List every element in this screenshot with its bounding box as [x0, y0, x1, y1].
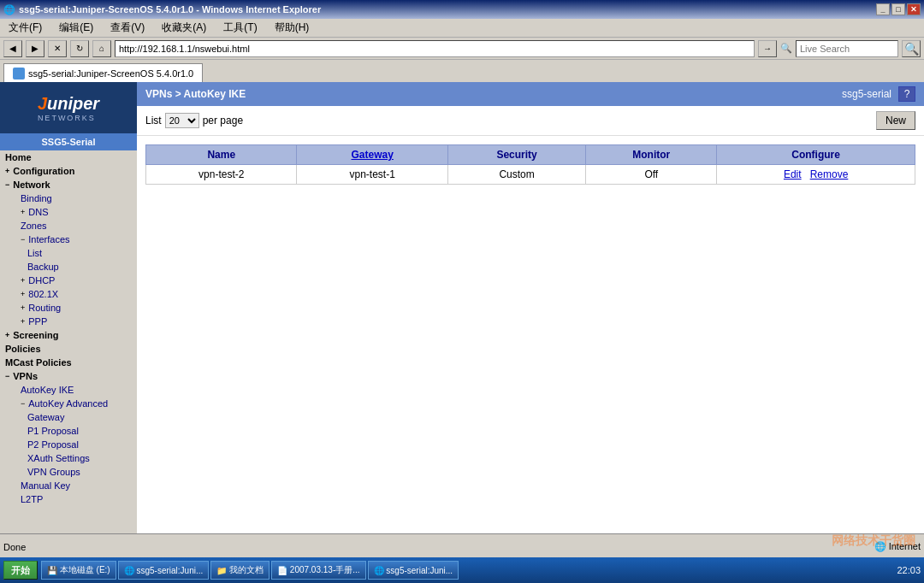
- search-input[interactable]: [796, 40, 898, 57]
- sidebar-item-interfaces[interactable]: −Interfaces: [0, 233, 137, 246]
- sidebar-item-autokey-advanced[interactable]: −AutoKey Advanced: [0, 397, 137, 410]
- forward-button[interactable]: ▶: [26, 40, 44, 57]
- sidebar-item-autokey-ike[interactable]: AutoKey IKE: [0, 383, 137, 397]
- sidebar-item-ppp[interactable]: +PPP: [0, 315, 137, 328]
- menu-file[interactable]: 文件(F): [3, 19, 47, 37]
- taskbar-right: 22:03: [897, 565, 921, 575]
- sidebar-item-dhcp[interactable]: +DHCP: [0, 274, 137, 287]
- taskbar: 开始 💾 本地磁盘 (E:) 🌐 ssg5-serial:Juni... 📁 我…: [0, 557, 924, 583]
- taskbar-icon-3: 📄: [277, 566, 287, 575]
- taskbar-item-4[interactable]: 🌐 ssg5-serial:Juni...: [368, 561, 459, 580]
- menu-favorites[interactable]: 收藏夹(A): [157, 19, 211, 37]
- sidebar-nav: Home +Configuration −Network Binding +DN…: [0, 150, 137, 533]
- search-go-button[interactable]: 🔍: [902, 40, 921, 57]
- sidebar-item-screening[interactable]: +Screening: [0, 328, 137, 342]
- home-button[interactable]: ⌂: [92, 40, 111, 57]
- sidebar-logo: Juniper NETWORKS: [0, 82, 137, 133]
- taskbar-items: 💾 本地磁盘 (E:) 🌐 ssg5-serial:Juni... 📁 我的文档…: [41, 561, 459, 580]
- refresh-go-button[interactable]: →: [758, 40, 777, 57]
- sidebar-item-manual-key[interactable]: Manual Key: [0, 479, 137, 492]
- sidebar-item-vpns[interactable]: −VPNs: [0, 369, 137, 383]
- per-page-suffix: per page: [203, 115, 243, 127]
- col-name: Name: [146, 145, 297, 165]
- sidebar-item-mcast[interactable]: MCast Policies: [0, 356, 137, 369]
- cell-monitor: Off: [586, 165, 717, 185]
- sidebar-item-list[interactable]: List: [0, 246, 137, 260]
- main-content: VPNs > AutoKey IKE ssg5-serial ? List 20…: [137, 82, 924, 533]
- logo-subtext: NETWORKS: [38, 114, 99, 122]
- gateway-sort-link[interactable]: Gateway: [352, 149, 394, 161]
- menu-help[interactable]: 帮助(H): [270, 19, 315, 37]
- new-button[interactable]: New: [876, 111, 915, 130]
- sidebar-item-backup[interactable]: Backup: [0, 260, 137, 274]
- per-page-area: List 20 50 100 per page: [145, 113, 243, 128]
- title-bar-left: 🌐 ssg5-serial:Juniper-ScreenOS 5.4.0r1.0…: [3, 4, 321, 15]
- sidebar-item-network[interactable]: −Network: [0, 178, 137, 191]
- sidebar-device: SSG5-Serial: [0, 133, 137, 150]
- sidebar-item-policies[interactable]: Policies: [0, 342, 137, 356]
- sidebar-item-home[interactable]: Home: [0, 150, 137, 164]
- browser-content: Juniper NETWORKS SSG5-Serial Home +Confi…: [0, 82, 924, 533]
- cell-gateway: vpn-test-1: [297, 165, 447, 185]
- taskbar-item-2[interactable]: 📁 我的文档: [210, 561, 270, 580]
- sidebar-item-configuration[interactable]: +Configuration: [0, 164, 137, 178]
- close-button[interactable]: ✕: [907, 3, 921, 15]
- menu-bar: 文件(F) 编辑(E) 查看(V) 收藏夹(A) 工具(T) 帮助(H): [0, 19, 924, 38]
- sidebar-item-dns[interactable]: +DNS: [0, 205, 137, 219]
- logo-text: uniper: [47, 94, 99, 113]
- taskbar-icon-2: 📁: [216, 566, 227, 575]
- sidebar-item-vpn-groups[interactable]: VPN Groups: [0, 465, 137, 479]
- menu-view[interactable]: 查看(V): [105, 19, 150, 37]
- status-bar: Done 🌐 Internet: [0, 533, 924, 559]
- content-toolbar: List 20 50 100 per page New: [137, 106, 924, 136]
- address-input[interactable]: [115, 40, 755, 57]
- edit-link[interactable]: Edit: [784, 168, 802, 180]
- minimize-button[interactable]: _: [876, 3, 890, 15]
- maximize-button[interactable]: □: [891, 3, 905, 15]
- menu-tools[interactable]: 工具(T): [218, 19, 262, 37]
- window-title: ssg5-serial:Juniper-ScreenOS 5.4.0r1.0 -…: [19, 4, 321, 15]
- list-label: List: [145, 115, 162, 127]
- browser-tab[interactable]: ssg5-serial:Juniper-ScreenOS 5.4.0r1.0: [3, 63, 203, 82]
- device-name: ssg5-serial: [842, 88, 891, 100]
- sidebar-item-p1-proposal[interactable]: P1 Proposal: [0, 424, 137, 438]
- per-page-select[interactable]: 20 50 100: [165, 113, 199, 128]
- back-button[interactable]: ◀: [3, 40, 22, 57]
- col-monitor: Monitor: [586, 145, 717, 165]
- tab-bar: ssg5-serial:Juniper-ScreenOS 5.4.0r1.0: [0, 60, 924, 82]
- tab-label: ssg5-serial:Juniper-ScreenOS 5.4.0r1.0: [28, 68, 193, 79]
- taskbar-icon-1: 🌐: [124, 566, 134, 575]
- address-bar: ◀ ▶ ✕ ↻ ⌂ → 🔍 🔍: [0, 38, 924, 60]
- sidebar-item-l2tp[interactable]: L2TP: [0, 492, 137, 506]
- menu-edit[interactable]: 编辑(E): [54, 19, 98, 37]
- taskbar-item-1[interactable]: 🌐 ssg5-serial:Juni...: [118, 561, 210, 580]
- data-table-container: Name Gateway Security Monitor Configure …: [137, 136, 924, 193]
- status-text: Done: [3, 542, 26, 552]
- taskbar-item-0[interactable]: 💾 本地磁盘 (E:): [41, 561, 116, 580]
- sidebar-item-routing[interactable]: +Routing: [0, 301, 137, 315]
- sidebar-item-gateway[interactable]: Gateway: [0, 410, 137, 424]
- tab-favicon: [13, 68, 25, 80]
- sidebar-item-8021x[interactable]: +802.1X: [0, 287, 137, 301]
- zone-label: 🌐 Internet: [874, 541, 921, 552]
- sidebar-item-zones[interactable]: Zones: [0, 219, 137, 233]
- title-bar-icon: 🌐: [3, 4, 15, 15]
- sidebar-item-xauth[interactable]: XAuth Settings: [0, 451, 137, 465]
- sidebar: Juniper NETWORKS SSG5-Serial Home +Confi…: [0, 82, 137, 533]
- help-button[interactable]: ?: [898, 86, 915, 102]
- taskbar-item-3[interactable]: 📄 2007.03.13-手册...: [271, 561, 366, 580]
- taskbar-icon-4: 🌐: [374, 566, 384, 575]
- refresh-button[interactable]: ↻: [70, 40, 89, 57]
- remove-link[interactable]: Remove: [810, 168, 849, 180]
- page-header: VPNs > AutoKey IKE ssg5-serial ?: [137, 82, 924, 106]
- stop-button[interactable]: ✕: [48, 40, 67, 57]
- title-bar-buttons: _ □ ✕: [876, 3, 921, 15]
- sidebar-item-p2-proposal[interactable]: P2 Proposal: [0, 438, 137, 451]
- data-table: Name Gateway Security Monitor Configure …: [145, 144, 915, 185]
- col-gateway[interactable]: Gateway: [297, 145, 447, 165]
- title-bar: 🌐 ssg5-serial:Juniper-ScreenOS 5.4.0r1.0…: [0, 0, 924, 19]
- sidebar-item-binding[interactable]: Binding: [0, 191, 137, 205]
- start-button[interactable]: 开始: [3, 561, 38, 580]
- breadcrumb: VPNs > AutoKey IKE: [145, 88, 246, 100]
- cell-security: Custom: [447, 165, 585, 185]
